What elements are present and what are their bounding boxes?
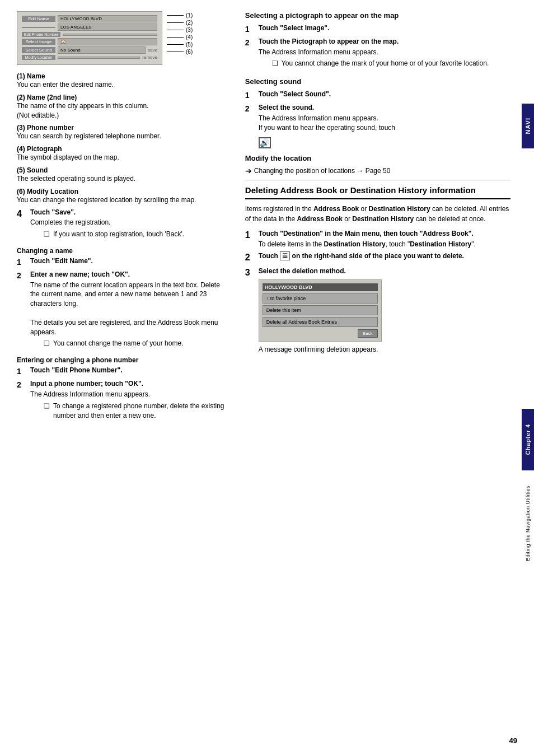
divider	[245, 180, 510, 180]
sound-step-2-action: Select the sound.	[259, 104, 510, 113]
diag-label-6: Modify Location	[22, 55, 55, 60]
phone-step-2-note: ❑ To change a registered phone number, d…	[44, 402, 228, 421]
annot-line-4	[167, 37, 184, 38]
item-3-text: You can search by registered telephone n…	[17, 132, 228, 141]
chapter-label: Chapter 4	[525, 424, 531, 455]
item-1-text: You can enter the desired name.	[17, 80, 228, 90]
modify-location-text: Changing the position of locations → Pag…	[254, 167, 391, 175]
sound-step-2-num: 2	[245, 104, 259, 148]
bullet-circle: ➔	[245, 166, 252, 175]
delete-step-2: 2 Touch ☰ on the right-hand side of the …	[245, 252, 510, 264]
changing-step-2-detail: The name of the current location appears…	[30, 281, 228, 337]
chapter-side-tab: Chapter 4	[522, 409, 534, 470]
delete-btn-3[interactable]: Delete all Address Book Entries	[263, 317, 378, 327]
phone-step-1-content: Touch "Edit Phone Number".	[30, 366, 228, 376]
step-4-note: ❑ If you want to stop registration, touc…	[44, 230, 228, 239]
pictograph-step-2-note: ❑ You cannot change the mark of your hom…	[272, 59, 510, 68]
sound-step-2-content: Select the sound. The Address Informatio…	[259, 104, 510, 148]
phone-step-1-action: Touch "Edit Phone Number".	[30, 366, 228, 375]
modify-location-heading: Modify the location	[245, 154, 510, 164]
note-icon-pict-2: ❑	[272, 59, 278, 67]
item-2-text: The name of the city appears in this col…	[17, 101, 228, 120]
delete-step-3: 3 Select the deletion method. HOLLYWOOD …	[245, 267, 510, 354]
item-4: (4) Pictograph The symbol displayed on t…	[17, 144, 228, 162]
deleting-intro: Items registered in the Address Book or …	[245, 204, 510, 224]
delete-btn-2[interactable]: Delete this item	[263, 305, 378, 315]
delete-back-button[interactable]: Back	[358, 329, 378, 338]
sound-step-2-detail: The Address Information menu appears. If…	[259, 114, 510, 133]
annot-text-2: (2)	[186, 20, 193, 26]
modify-location-heading-text: Modify the location	[245, 154, 311, 162]
item-4-text: The symbol displayed on the map.	[17, 153, 228, 162]
step-4-action: Touch "Save".	[30, 208, 228, 217]
remove-indicator: remove	[142, 55, 157, 60]
deleting-title: Deleting Address Book or Destination His…	[245, 185, 510, 199]
annotations: (1) (2) (3) (4)	[167, 11, 193, 56]
delete-dialog-title: HOLLYWOOD BLVD	[263, 283, 378, 291]
phone-step-2-action: Input a phone number; touch "OK".	[30, 380, 228, 389]
changing-step-2-note-text: You cannot change the name of your home.	[53, 339, 183, 348]
list-icon: ☰	[280, 251, 290, 260]
sound-icon: 🔊	[259, 137, 271, 148]
delete-dialog-footer: Back	[263, 329, 378, 338]
sound-heading: Selecting sound	[245, 77, 510, 87]
pictograph-step-1: 1 Touch "Select Image".	[245, 24, 510, 34]
diagram-row-3: Edit Phone Number	[22, 32, 157, 37]
page-number: 49	[509, 736, 517, 745]
confirm-text: A message confirming deletion appears.	[259, 345, 510, 354]
annot-1: (1)	[167, 12, 193, 18]
annot-line-6	[167, 52, 184, 52]
annot-3: (3)	[167, 27, 193, 33]
diag-value-3	[63, 34, 157, 36]
phone-step-1-num: 1	[17, 366, 30, 376]
sound-step-1-content: Touch "Select Sound".	[259, 90, 510, 100]
note-icon-changing-2: ❑	[44, 339, 50, 347]
item-3-label: (3) Phone number	[17, 124, 74, 132]
delete-step-1-action: Touch "Destination" in the Main menu, th…	[259, 230, 510, 239]
note-icon-4: ❑	[44, 230, 50, 238]
diag-label-3: Edit Phone Number	[22, 32, 60, 37]
phone-step-2: 2 Input a phone number; touch "OK". The …	[17, 380, 228, 422]
delete-btn-1[interactable]: ↑ to favorite place	[263, 293, 378, 304]
note-icon-phone-2: ❑	[44, 402, 50, 410]
delete-step-1-num: 1	[245, 230, 259, 249]
changing-step-1-action: Touch "Edit Name".	[30, 257, 228, 266]
diagram-row-4: Select Image 🏠	[22, 38, 157, 45]
annot-line-2	[167, 22, 184, 23]
phone-step-2-detail: The Address Information menu appears.	[30, 390, 228, 399]
navi-label: NAVI	[524, 118, 531, 134]
item-1: (1) Name You can enter the desired name.	[17, 72, 228, 90]
phone-step-2-note-text: To change a registered phone number, del…	[53, 402, 228, 421]
pictograph-step-1-action: Touch "Select Image".	[259, 24, 510, 33]
pictograph-step-2-content: Touch the Pictograph to appear on the ma…	[259, 38, 510, 71]
annot-line-1	[167, 15, 184, 16]
annot-text-5: (5)	[186, 41, 193, 48]
sound-step-1: 1 Touch "Select Sound".	[245, 90, 510, 100]
diagram-row-1: Edit Name HOLLYWOOD BLVD	[22, 15, 157, 22]
diagram-row-2: LOS ANGELES	[22, 24, 157, 31]
changing-step-2-note: ❑ You cannot change the name of your hom…	[44, 339, 228, 348]
sound-step-1-num: 1	[245, 90, 259, 100]
diag-label-1: Edit Name	[22, 16, 55, 22]
modify-arrow: →	[357, 167, 365, 175]
entering-phone-heading: Entering or changing a phone number	[17, 356, 228, 364]
item-5-label: (5) Sound	[17, 166, 48, 174]
modify-location-detail: Changing the position of locations	[254, 167, 355, 175]
pictograph-step-1-num: 1	[245, 24, 259, 34]
pictograph-step-2: 2 Touch the Pictograph to appear on the …	[245, 38, 510, 71]
diagram-row-5: Select Sound No Sound save	[22, 46, 157, 54]
annot-5: (5)	[167, 41, 193, 48]
step-4-note-text: If you want to stop registration, touch …	[53, 230, 184, 239]
annot-text-3: (3)	[186, 27, 193, 33]
item-6: (6) Modify Location You can change the r…	[17, 187, 228, 205]
delete-step-2-num: 2	[245, 252, 259, 264]
item-6-label: (6) Modify Location	[17, 188, 78, 195]
navi-side-tab: NAVI	[522, 104, 534, 148]
delete-step-2-action: Touch ☰ on the right-hand side of the pl…	[259, 252, 510, 261]
changing-step-2-action: Enter a new name; touch "OK".	[30, 270, 228, 279]
sound-heading-text: Selecting sound	[245, 77, 301, 86]
delete-step-3-content: Select the deletion method. HOLLYWOOD BL…	[259, 267, 510, 354]
item-3: (3) Phone number You can search by regis…	[17, 123, 228, 141]
delete-step-1-content: Touch "Destination" in the Main menu, th…	[259, 230, 510, 249]
delete-dialog: HOLLYWOOD BLVD ↑ to favorite place Delet…	[259, 279, 382, 342]
